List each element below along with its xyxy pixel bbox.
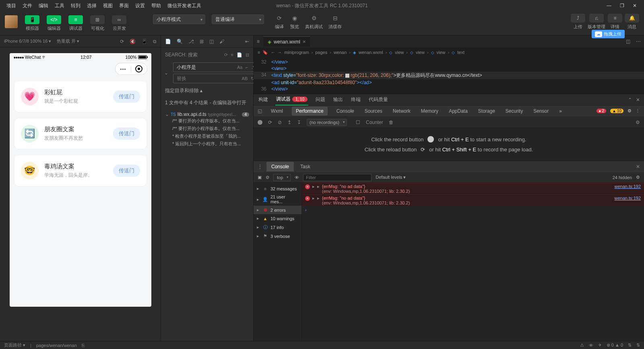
capsule-menu-icon[interactable]: ⋯ xyxy=(116,65,131,72)
refresh-icon[interactable]: ⟳ xyxy=(120,39,124,44)
close-icon[interactable]: ✕ xyxy=(632,3,638,8)
rotate-icon[interactable]: 📱 xyxy=(141,39,147,44)
menu-settings[interactable]: 设置 xyxy=(132,1,148,11)
counter-toggle[interactable]: Counter xyxy=(366,120,383,125)
collapse-icon[interactable]: ⊟ xyxy=(246,52,249,58)
error-badge[interactable]: ● 2 xyxy=(597,109,606,113)
tab-quality[interactable]: 代码质量 xyxy=(368,94,389,105)
editor-button[interactable]: </>编辑器 xyxy=(44,14,64,33)
card-btn-2[interactable]: 传送门 xyxy=(113,165,140,177)
nav-back-icon[interactable]: ← xyxy=(270,50,275,55)
sound-icon[interactable]: 🔇 xyxy=(130,39,136,44)
ext1-icon[interactable]: ⊞ xyxy=(200,39,204,44)
warning-badge[interactable]: ▲ 10 xyxy=(610,109,623,113)
copy-icon[interactable]: ⎘ xyxy=(82,343,85,348)
fold-icon[interactable]: ⌄ xyxy=(275,66,279,71)
console-prompt[interactable]: › xyxy=(302,206,644,213)
record-icon[interactable] xyxy=(258,120,262,125)
user-avatar[interactable] xyxy=(5,15,18,28)
side-info[interactable]: ▸ⓘ17 info xyxy=(254,223,301,232)
delete-icon[interactable]: 🗑 xyxy=(389,120,394,125)
gear-icon[interactable]: ⚙ xyxy=(627,108,632,114)
menu-edit[interactable]: 编辑 xyxy=(35,1,52,11)
iphone-screen[interactable]: ●●●●● WeChat ᯤ 12:07 100% ⋯ 💗 彩虹屁就是一个彩虹屁 xyxy=(10,53,151,307)
compile-select[interactable]: 普通编译 xyxy=(212,14,264,24)
context-select[interactable]: top xyxy=(273,174,291,181)
search-hit[interactable]: /** 要打开的小程序版本。仅在当... xyxy=(165,117,249,125)
visualize-button[interactable]: ⊞可视化 xyxy=(88,14,107,33)
clear-console-icon[interactable]: ⊘ xyxy=(266,175,269,180)
side-user[interactable]: ▸👤21 user mes... xyxy=(254,193,301,206)
card-poison[interactable]: 🤓 毒鸡汤文案学海无涯，回头是岸。 传送门 xyxy=(14,155,147,186)
task-tab[interactable]: Task xyxy=(295,162,315,171)
minimize-icon[interactable]: — xyxy=(606,3,612,8)
drag-upload-float[interactable]: ☁拖拽上传 xyxy=(592,30,625,38)
download-icon[interactable]: ↧ xyxy=(297,120,301,125)
settings-gear-icon[interactable]: ⚙ xyxy=(636,120,640,125)
tab-build[interactable]: 构建 xyxy=(258,94,269,105)
sidebar-toggle-icon[interactable]: ▣ xyxy=(258,175,262,180)
split-icon[interactable]: ◫ xyxy=(626,39,630,44)
subtab-security[interactable]: Security xyxy=(504,106,524,116)
explorer-icon[interactable]: 📄 xyxy=(165,39,171,44)
log-error-1[interactable]: × ▸▸ {errMsg: "no ad data"} (env: Window… xyxy=(302,194,644,206)
tab-debugger[interactable]: 调试器1, 10 xyxy=(275,94,308,105)
editor-tab-wenan[interactable]: ◈ wenan.wxml × xyxy=(264,36,310,47)
subtab-more[interactable]: » xyxy=(557,106,564,116)
chevron-up-icon[interactable]: ⌃ xyxy=(628,97,632,103)
clear-cache-button[interactable]: ⊟清缓存 xyxy=(328,14,342,30)
case-icon[interactable]: Aa xyxy=(237,65,242,70)
message-button[interactable]: 🔔消息 xyxy=(625,14,639,30)
code-editor[interactable]: 32</view> ⌄<view> 34<text style="font-si… xyxy=(254,57,644,94)
page-path-label[interactable]: 页面路径 ▾ xyxy=(4,342,25,348)
result-file[interactable]: ⌄ TS lib.wx.api.d.ts typings\types\... 4 xyxy=(165,112,249,117)
subtab-performance[interactable]: Performance xyxy=(292,107,328,116)
subtab-network[interactable]: Network xyxy=(391,106,412,116)
reload-icon[interactable]: ⟳ xyxy=(268,120,272,125)
send-icon[interactable]: ✈ xyxy=(598,343,602,348)
tab-close-icon[interactable]: × xyxy=(303,39,306,45)
tab-terminal[interactable]: 终端 xyxy=(350,94,361,105)
bookmark-icon[interactable]: 🔖 xyxy=(262,50,268,55)
subtab-appdata[interactable]: AppData xyxy=(447,106,469,116)
tab-output[interactable]: 输出 xyxy=(332,94,344,105)
filter-input[interactable] xyxy=(303,174,372,181)
search-input[interactable] xyxy=(177,64,237,70)
subtab-wxml[interactable]: Wxml xyxy=(269,106,285,116)
upload-button[interactable]: ⤴上传 xyxy=(571,14,585,30)
menu-view[interactable]: 视图 xyxy=(100,1,116,11)
card-rainbow[interactable]: 💗 彩虹屁就是一个彩虹屁 传送门 xyxy=(14,81,147,112)
popup-icon[interactable]: ⧉ xyxy=(153,39,157,44)
editor-breadcrumb[interactable]: ≡ 🔖 ← → miniprogram› pages› wenan› ◈wena… xyxy=(254,47,644,57)
list-icon[interactable]: ≡ xyxy=(258,50,260,55)
subtab-sensor[interactable]: Sensor xyxy=(532,106,550,116)
new-file-icon[interactable]: 📄 xyxy=(237,52,242,58)
side-errors[interactable]: ▸⊗2 errors xyxy=(254,206,301,214)
scope-toggle[interactable]: 指定目录和排除 ▴ xyxy=(165,87,202,94)
side-warnings[interactable]: ▸▲10 warnings xyxy=(254,214,301,223)
subtab-console[interactable]: Console xyxy=(335,106,356,116)
subtab-storage[interactable]: Storage xyxy=(477,106,497,116)
console-log[interactable]: × ▸▸ {errMsg: "no ad data"} (env: Window… xyxy=(302,183,644,341)
recordings-select[interactable]: (no recordings) xyxy=(307,119,347,126)
maximize-icon[interactable]: ❐ xyxy=(619,3,625,8)
debugger-button[interactable]: ≡调试器 xyxy=(66,14,85,33)
clear-search-icon[interactable]: ≡ xyxy=(231,52,233,58)
menu-select[interactable]: 选择 xyxy=(84,1,100,11)
compile-button[interactable]: ⟳编译 xyxy=(275,14,284,30)
subtab-sources[interactable]: Sources xyxy=(363,106,384,116)
tab-icon[interactable]: ≡ xyxy=(257,39,260,44)
subtab-memory[interactable]: Memory xyxy=(419,106,440,116)
word-icon[interactable]: ⌐ xyxy=(246,65,248,70)
levels-select[interactable]: Default levels ▾ xyxy=(376,175,406,180)
menu-project[interactable]: 项目 xyxy=(3,1,19,11)
search-hit[interactable]: /** 要打开的小程序版本。仅在当... xyxy=(165,125,249,132)
eye-icon[interactable]: 👁 xyxy=(295,175,299,180)
upload-icon[interactable]: ↥ xyxy=(287,120,291,125)
ext2-icon[interactable]: ◫ xyxy=(209,39,214,44)
status-errors[interactable]: ⊗ 0 ▲ 0 xyxy=(607,343,623,348)
menu-wechat-devtools[interactable]: 微信开发者工具 xyxy=(164,1,204,11)
console-tab[interactable]: Console xyxy=(266,162,294,171)
side-verbose[interactable]: ▸⚑3 verbose xyxy=(254,232,301,240)
side-messages[interactable]: ▸≡32 messages xyxy=(254,184,301,193)
